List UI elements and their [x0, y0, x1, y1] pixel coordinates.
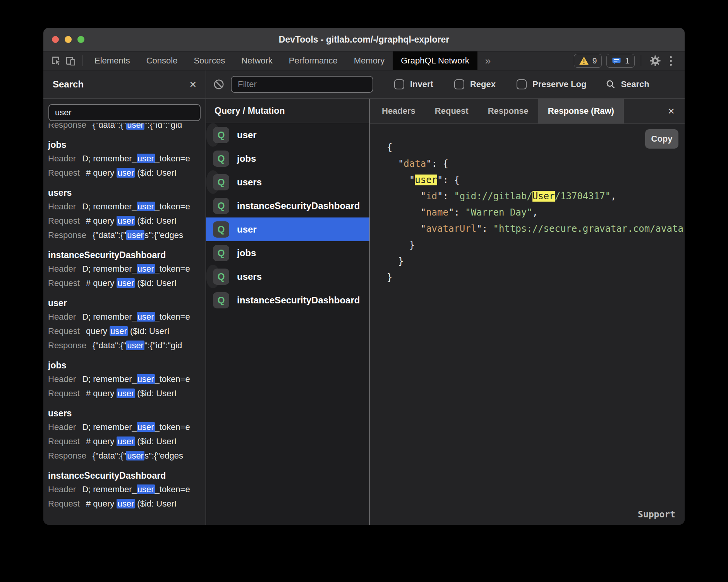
match-text: {"data":{"	[93, 123, 126, 130]
search-result-line[interactable]: Requestquery user ($id: UserI	[48, 324, 206, 338]
devtools-tab-elements[interactable]: Elements	[86, 51, 138, 70]
title-bar: DevTools - gitlab.com/-/graphql-explorer	[43, 28, 685, 51]
result-line-content: {"data":{"users":{"edges	[93, 448, 183, 463]
result-line-label: Request	[48, 496, 80, 511]
kebab-menu-icon[interactable]	[663, 53, 678, 68]
search-result-line[interactable]: Request# query user ($id: UserI	[48, 496, 206, 511]
match-highlight: user	[117, 499, 135, 508]
detail-tab-response[interactable]: Response	[478, 99, 538, 123]
devtools-tab-memory[interactable]: Memory	[346, 51, 393, 70]
match-text: _token=e	[155, 484, 190, 494]
search-result-line[interactable]: HeaderD; remember_user_token=e	[48, 420, 206, 434]
devtools-tab-performance[interactable]: Performance	[281, 51, 346, 70]
clipped-result-line: Response{"data":{"user":{"id":"gid	[48, 123, 206, 132]
match-highlight: user	[137, 154, 155, 163]
devtools-tab-network[interactable]: Network	[233, 51, 281, 70]
result-line-content: query user ($id: UserI	[86, 324, 170, 338]
detail-tab-response-raw[interactable]: Response (Raw)	[538, 99, 624, 123]
query-row-instancesecuritydashboard[interactable]: QinstanceSecurityDashboard	[206, 288, 369, 312]
match-text: ($id: UserI	[135, 168, 177, 178]
detail-panel: HeadersRequestResponseResponse (Raw) × C…	[370, 99, 685, 525]
support-link[interactable]: Support	[638, 509, 675, 519]
match-highlight: user	[117, 168, 135, 178]
filter-input[interactable]: Filter	[231, 76, 373, 93]
search-result-line[interactable]: Request# query user ($id: UserI	[48, 166, 206, 180]
search-result-line[interactable]: HeaderD; remember_user_token=e	[48, 262, 206, 276]
device-toolbar-icon[interactable]	[64, 51, 78, 70]
match-text: _token=e	[155, 312, 190, 322]
close-window-button[interactable]	[52, 36, 59, 43]
checkbox-invert[interactable]	[394, 79, 404, 89]
query-row-users[interactable]: Qusers	[206, 170, 220, 194]
match-text: D; remember_	[82, 422, 137, 432]
detail-tab-headers[interactable]: Headers	[372, 99, 425, 123]
match-text: s":{"edges	[144, 230, 183, 240]
match-text: ":{"id":"gid	[144, 123, 182, 130]
settings-gear-icon[interactable]	[647, 53, 663, 68]
result-line-content: D; remember_user_token=e	[82, 199, 190, 214]
search-result-line[interactable]: Request# query user ($id: UserI	[48, 214, 206, 228]
checkbox-regex[interactable]	[454, 79, 464, 89]
search-results: Response{"data":{"user":{"id":"gidjobsHe…	[43, 123, 206, 525]
result-group-title: user	[48, 296, 206, 310]
minimize-window-button[interactable]	[65, 36, 72, 43]
query-badge-icon: Q	[213, 198, 229, 214]
inspect-element-icon[interactable]	[49, 51, 64, 70]
copy-button[interactable]: Copy	[645, 129, 678, 149]
query-row-users[interactable]: Qusers	[206, 265, 220, 288]
devtools-tab-graphql-network[interactable]: GraphQL Network	[393, 51, 477, 70]
clear-log-icon[interactable]	[213, 79, 225, 90]
query-row-instancesecuritydashboard[interactable]: QinstanceSecurityDashboard	[206, 194, 369, 217]
detail-tab-request[interactable]: Request	[425, 99, 478, 123]
search-result-line[interactable]: HeaderD; remember_user_token=e	[48, 372, 206, 386]
query-row-label: instanceSecurityDashboard	[237, 295, 360, 306]
result-line-label: Request	[48, 214, 80, 228]
json-token: ":	[476, 223, 493, 234]
query-badge-icon: Q	[213, 269, 229, 285]
network-search-toggle[interactable]: Search	[606, 79, 649, 89]
search-result-line[interactable]: Request# query user ($id: UserI	[48, 276, 206, 290]
query-badge-icon: Q	[213, 151, 229, 167]
match-text: # query	[86, 278, 117, 288]
badge-separator	[641, 55, 641, 66]
tabbar-separator	[82, 55, 82, 66]
search-result-line[interactable]: Response{"data":{"users":{"edges	[48, 448, 206, 463]
issues-badge[interactable]: 1	[606, 54, 635, 68]
search-result-line[interactable]: HeaderD; remember_user_token=e	[48, 199, 206, 214]
maximize-window-button[interactable]	[77, 36, 84, 43]
search-result-line[interactable]: HeaderD; remember_user_token=e	[48, 482, 206, 496]
match-text: ($id: UserI	[128, 326, 170, 336]
result-line-label: Request	[48, 324, 80, 338]
checkbox-preserve-log[interactable]	[517, 79, 527, 89]
more-tabs-chevron-icon[interactable]: »	[477, 55, 498, 67]
search-result-line[interactable]: Response{"data":{"user":{"id":"gid	[48, 338, 206, 353]
result-group-title: users	[48, 407, 206, 420]
search-close-icon[interactable]: ×	[189, 79, 196, 90]
query-row-user[interactable]: Quser	[206, 123, 220, 147]
search-result-line[interactable]: Request# query user ($id: UserI	[48, 386, 206, 401]
result-line-content: # query user ($id: UserI	[86, 166, 177, 180]
search-result-line[interactable]: HeaderD; remember_user_token=e	[48, 310, 206, 324]
tabbar-right-controls: 9 1	[569, 53, 685, 68]
search-input[interactable]: user	[48, 104, 201, 121]
content-row: user Response{"data":{"user":{"id":"gidj…	[43, 99, 685, 525]
search-result-line[interactable]: Response{"data":{"user":{"id":"gid	[48, 123, 182, 132]
search-result-line[interactable]: Response{"data":{"users":{"edges	[48, 228, 206, 242]
devtools-tabbar: ElementsConsoleSourcesNetworkPerformance…	[43, 51, 685, 70]
detail-close-icon[interactable]: ×	[658, 99, 685, 123]
result-line-content: D; remember_user_token=e	[82, 151, 190, 166]
warnings-badge[interactable]: 9	[574, 54, 602, 68]
match-text: {"data":{"	[93, 341, 126, 350]
query-row-jobs[interactable]: Qjobs	[206, 241, 369, 265]
match-highlight: user	[117, 389, 135, 398]
search-result-line[interactable]: HeaderD; remember_user_token=e	[48, 151, 206, 166]
json-code-line: {	[387, 139, 685, 156]
devtools-tab-sources[interactable]: Sources	[185, 51, 233, 70]
json-code-line: }	[387, 269, 685, 286]
search-result-line[interactable]: Request# query user ($id: UserI	[48, 434, 206, 448]
query-row-user[interactable]: Quser	[206, 217, 369, 241]
result-line-content: # query user ($id: UserI	[86, 214, 177, 228]
devtools-tab-console[interactable]: Console	[138, 51, 186, 70]
query-row-jobs[interactable]: Qjobs	[206, 147, 369, 170]
result-group-title: users	[48, 186, 206, 199]
